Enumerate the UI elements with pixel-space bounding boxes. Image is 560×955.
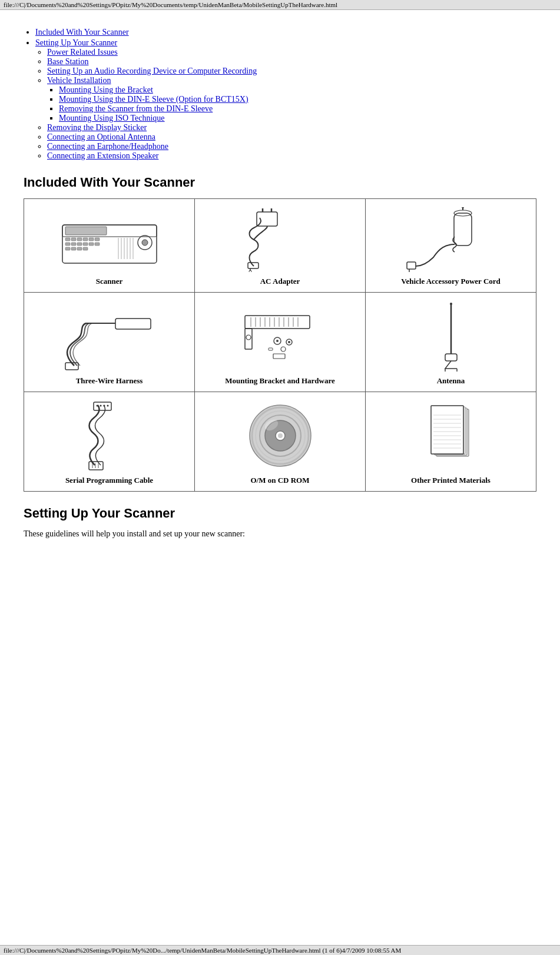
svg-point-59 [288,341,290,343]
nav-link-vehicle[interactable]: Vehicle Installation [47,76,111,85]
svg-point-32 [249,270,251,272]
bracket-label: Mounting Bracket and Hardware [201,376,359,386]
scanner-image [30,207,188,272]
svg-rect-61 [273,354,285,359]
nav-item-setup: Setting Up Your Scanner Power Related Is… [35,38,536,161]
nav-sub-antenna: Connecting an Optional Antenna [47,132,536,142]
table-cell-bracket: Mounting Bracket and Hardware [195,293,366,392]
section2-body: These guidelines will help you install a… [24,529,536,539]
antenna-svg [433,301,469,372]
svg-rect-5 [77,238,82,241]
nav-link-base[interactable]: Base Station [47,57,88,66]
scanner-svg [57,213,163,272]
svg-rect-40 [115,319,151,329]
printed-image [372,400,530,471]
table-cell-printed: Other Printed Materials [366,392,536,492]
nav-link-sticker[interactable]: Removing the Display Sticker [47,123,147,132]
svg-rect-62 [269,348,273,350]
nav-link-bracket[interactable]: Mounting Using the Bracket [59,85,153,94]
nav-subsub-remove: Removing the Scanner from the DIN-E Slee… [59,104,536,114]
svg-point-67 [450,303,452,305]
nav-list: Included With Your Scanner Setting Up Yo… [35,28,536,161]
svg-point-83 [278,433,283,438]
antenna-image [372,301,530,372]
nav-link-iso[interactable]: Mounting Using ISO Technique [59,114,165,122]
svg-rect-54 [245,329,252,349]
svg-rect-7 [89,238,94,241]
main-content: Included With Your Scanner Setting Up Yo… [0,10,560,561]
nav-sub-vehicle: Vehicle Installation Mounting Using the … [47,76,536,123]
section2-title: Setting Up Your Scanner [24,506,536,521]
table-cell-scanner: Scanner [24,199,195,293]
nav-subsub-din: Mounting Using the DIN-E Sleeve (Option … [59,95,536,104]
harness-svg [57,313,163,372]
bracket-svg [233,307,327,372]
svg-point-20 [142,240,148,246]
address-text: file:///C|/Documents%20and%20Settings/PO… [4,1,337,8]
serial-image [30,400,188,471]
adapter-image [201,207,359,272]
powercord-label: Vehicle Accessory Power Cord [372,277,530,286]
items-table: Scanner [24,198,536,492]
table-cell-adapter: AC Adapter [195,199,366,293]
table-cell-cd: O/M on CD ROM [195,392,366,492]
nav-link-remove[interactable]: Removing the Scanner from the DIN-E Slee… [59,104,213,113]
nav-sub-base: Base Station [47,57,536,67]
nav-sub-audio: Setting Up an Audio Recording Device or … [47,67,536,76]
harness-image [30,307,188,372]
svg-rect-16 [71,247,76,250]
svg-rect-6 [83,238,88,241]
svg-point-69 [96,405,98,407]
nav-sub-sticker: Removing the Display Sticker [47,123,536,132]
nav-link-speaker[interactable]: Connecting an Extension Speaker [47,151,158,160]
svg-rect-88 [431,406,463,454]
svg-rect-17 [77,247,82,250]
svg-point-60 [281,347,286,352]
svg-rect-3 [65,238,70,241]
nav-link-audio[interactable]: Setting Up an Audio Recording Device or … [47,67,257,75]
svg-point-72 [107,405,108,407]
nav-link-din[interactable]: Mounting Using the DIN-E Sleeve (Option … [59,95,248,104]
serial-svg [71,400,148,471]
svg-rect-15 [65,247,70,250]
svg-rect-37 [407,262,416,269]
svg-rect-73 [89,462,103,470]
top-address-bar: file:///C|/Documents%20and%20Settings/PO… [0,0,560,10]
nav-link-earphone[interactable]: Connecting an Earphone/Headphone [47,142,168,151]
nav-item-included: Included With Your Scanner [35,28,536,37]
table-cell-harness: Three-Wire Harness [24,293,195,392]
table-row-2: Three-Wire Harness [24,293,536,392]
cd-image [201,400,359,471]
harness-label: Three-Wire Harness [30,376,188,386]
section1-title: Included With Your Scanner [24,175,536,190]
table-cell-antenna: Antenna [366,293,536,392]
nav-subsublist: Mounting Using the Bracket Mounting Usin… [59,85,536,123]
svg-point-70 [100,405,101,407]
nav-link-antenna[interactable]: Connecting an Optional Antenna [47,132,155,141]
printed-label: Other Printed Materials [372,476,530,485]
svg-rect-68 [94,402,111,410]
svg-rect-64 [445,354,457,361]
powercord-svg [404,207,498,272]
svg-rect-13 [89,243,94,246]
svg-rect-9 [65,243,70,246]
serial-label: Serial Programming Cable [30,476,188,485]
nav-sub-speaker: Connecting an Extension Speaker [47,151,536,161]
svg-point-55 [246,335,251,340]
nav-subsub-bracket: Mounting Using the Bracket [59,85,536,95]
svg-point-36 [462,207,464,208]
nav-subsub-iso: Mounting Using ISO Technique [59,114,536,123]
nav-link-included[interactable]: Included With Your Scanner [35,28,129,37]
svg-rect-18 [83,247,88,250]
nav-link-power[interactable]: Power Related Issues [47,48,118,57]
nav-sub-earphone: Connecting an Earphone/Headphone [47,142,536,151]
table-cell-powercord: Vehicle Accessory Power Cord [366,199,536,293]
table-cell-serial: Serial Programming Cable [24,392,195,492]
nav-link-setup[interactable]: Setting Up Your Scanner [35,38,117,47]
svg-rect-10 [71,243,76,246]
svg-rect-42 [245,316,310,329]
powercord-image [372,207,530,272]
antenna-label: Antenna [372,376,530,386]
bracket-image [201,307,359,372]
adapter-svg [242,207,319,272]
